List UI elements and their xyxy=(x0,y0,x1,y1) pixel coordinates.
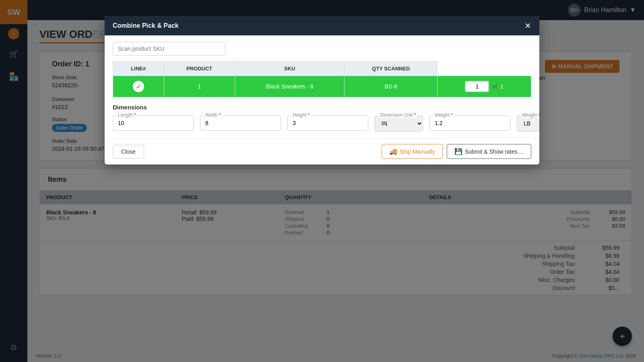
submit-show-rates-button[interactable]: 💾 Submit & Show rates ... xyxy=(447,144,531,159)
dimensions-label: Dimensions xyxy=(113,104,531,111)
weight-label: Weight * xyxy=(433,112,454,118)
qty-total: 1 xyxy=(500,83,504,90)
weight-unit-select[interactable]: LB KG OZ xyxy=(517,115,539,132)
height-field: Height * xyxy=(287,115,368,131)
weight-unit-label: Weight Unit * xyxy=(521,112,539,118)
qty-of-label: of xyxy=(492,83,497,90)
width-field: Width * xyxy=(200,115,281,131)
check-cell: ✓ xyxy=(113,76,164,97)
ship-manually-button[interactable]: 🚚 Ship Manually xyxy=(382,144,443,159)
modal-title: Combine Pick & Pack xyxy=(113,22,179,29)
weight-unit-field: Weight Unit * LB KG OZ xyxy=(517,115,539,132)
row-line: 1 xyxy=(164,76,235,97)
width-label: Width * xyxy=(204,112,222,118)
modal-close-button[interactable]: ✕ xyxy=(524,22,531,30)
col-line: LINE# xyxy=(113,62,164,76)
row-sku: BS-8 xyxy=(345,76,438,97)
footer-actions: 🚚 Ship Manually 💾 Submit & Show rates ..… xyxy=(382,144,531,159)
check-icon: ✓ xyxy=(133,81,144,92)
table-row: ✓ 1 Black Sneakers - 8 BS-8 of xyxy=(113,76,531,97)
sku-scan-input[interactable] xyxy=(113,42,225,56)
modal-overlay: Combine Pick & Pack ✕ LINE# PRODUCT SKU … xyxy=(0,0,644,362)
modal: Combine Pick & Pack ✕ LINE# PRODUCT SKU … xyxy=(105,16,539,165)
height-label: Height * xyxy=(291,112,311,118)
dimensions-row: Length * Width * Height * xyxy=(113,115,531,132)
truck-icon: 🚚 xyxy=(389,148,397,155)
dim-unit-label: Dimension Unit * xyxy=(379,112,417,118)
qty-scanned-cell: of 1 xyxy=(438,76,531,97)
length-field: Length * xyxy=(113,115,194,131)
close-button[interactable]: Close xyxy=(113,145,144,158)
col-qty-scanned: QTY SCANNED xyxy=(345,62,438,76)
pick-table: LINE# PRODUCT SKU QTY SCANNED ✓ xyxy=(113,61,531,97)
col-product: PRODUCT xyxy=(164,62,235,76)
modal-body: LINE# PRODUCT SKU QTY SCANNED ✓ xyxy=(105,35,539,138)
row-product: Black Sneakers - 8 xyxy=(235,76,345,97)
modal-footer: Close 🚚 Ship Manually 💾 Submit & Show ra… xyxy=(105,138,539,165)
dim-unit-select[interactable]: IN CM FT xyxy=(375,115,423,132)
save-icon: 💾 xyxy=(454,148,462,155)
modal-header: Combine Pick & Pack ✕ xyxy=(105,16,539,35)
col-sku: SKU xyxy=(235,62,345,76)
length-label: Length * xyxy=(117,112,137,118)
dim-unit-field: Dimension Unit * IN CM FT xyxy=(375,115,423,132)
weight-field: Weight * xyxy=(429,115,510,131)
qty-scanned-input[interactable] xyxy=(465,81,489,92)
